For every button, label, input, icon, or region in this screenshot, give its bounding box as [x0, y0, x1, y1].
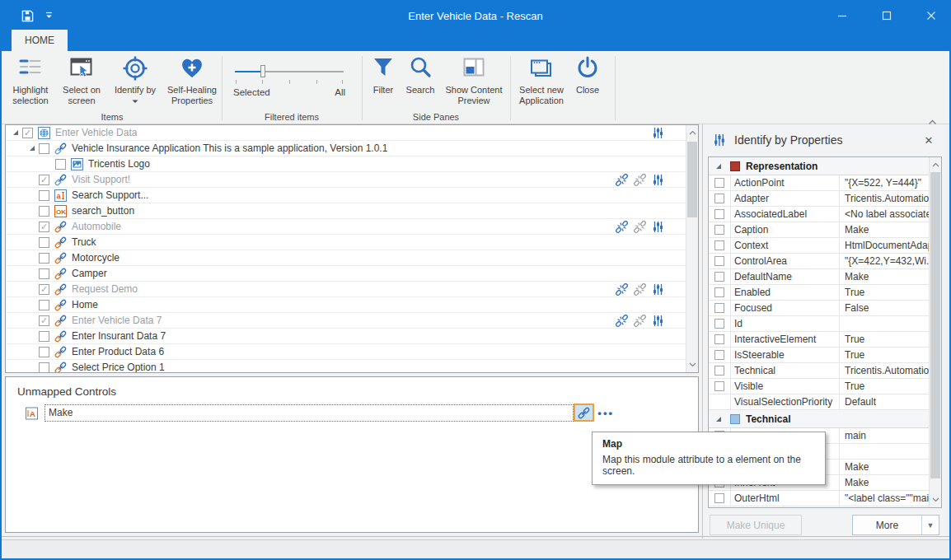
break-link-gray-icon[interactable]	[634, 315, 646, 327]
tree-item-enter-vehicle-data-7[interactable]: Enter Vehicle Data 7	[6, 313, 686, 329]
tree-item-request-demo[interactable]: Request Demo	[6, 282, 686, 297]
tree-item-checkbox[interactable]	[39, 222, 49, 232]
tree-item-checkbox[interactable]	[39, 300, 49, 310]
identify-by-properties-icon[interactable]	[652, 315, 664, 327]
self-healing-properties-button[interactable]: Self-Healing Properties	[163, 55, 221, 106]
property-checkbox[interactable]	[714, 350, 724, 360]
property-row-controlarea[interactable]: ControlArea"{X=422,Y=432,Wi...	[709, 254, 929, 269]
property-checkbox[interactable]	[714, 194, 724, 203]
property-checkbox[interactable]	[714, 272, 724, 282]
tree-item-checkbox[interactable]	[39, 347, 49, 357]
identify-by-properties-icon[interactable]	[652, 283, 664, 296]
property-row-adapter[interactable]: AdapterTricentis.Automatio...	[709, 191, 929, 207]
expander-icon[interactable]	[714, 417, 724, 422]
properties-scrollbar[interactable]	[929, 157, 941, 507]
search-button[interactable]: Search	[401, 55, 439, 96]
tree-item-checkbox[interactable]	[39, 362, 49, 373]
expander-icon[interactable]	[714, 164, 724, 169]
map-button[interactable]	[574, 404, 594, 422]
property-group-representation[interactable]: Representation	[709, 157, 929, 175]
tree-item-search-support[interactable]: aSearch Support...	[6, 188, 686, 203]
show-content-preview-button[interactable]: Show Content Preview	[439, 55, 508, 106]
tree-item-enter-product-data-6[interactable]: Enter Product Data 6	[6, 344, 686, 360]
tree-item-checkbox[interactable]	[39, 315, 49, 326]
scroll-up-icon[interactable]	[930, 158, 941, 171]
property-group-technical[interactable]: Technical	[709, 410, 929, 428]
property-row-caption[interactable]: CaptionMake	[709, 222, 929, 238]
select-new-application-button[interactable]: Select new Application	[515, 55, 568, 106]
tree-item-checkbox[interactable]	[39, 268, 49, 279]
identify-by-button[interactable]: Identify by	[109, 55, 162, 106]
property-checkbox[interactable]	[714, 334, 724, 344]
property-row-associatedlabel[interactable]: AssociatedLabel<No label associate...	[709, 207, 929, 222]
break-link-blue-icon[interactable]	[616, 174, 628, 186]
property-checkbox[interactable]	[714, 287, 724, 297]
tree-item-checkbox[interactable]	[39, 206, 49, 217]
make-unique-button[interactable]: Make Unique	[710, 515, 802, 535]
property-checkbox[interactable]	[714, 256, 724, 266]
property-row-focused[interactable]: FocusedFalse	[709, 301, 929, 316]
maximize-button[interactable]	[877, 6, 897, 26]
property-row-issteerable[interactable]: IsSteerableTrue	[709, 348, 929, 363]
tree-item-select-price-option-1[interactable]: Select Price Option 1	[6, 360, 686, 372]
break-link-blue-icon[interactable]	[616, 283, 628, 296]
tree-item-checkbox[interactable]	[39, 284, 49, 295]
tree-item-checkbox[interactable]	[39, 143, 49, 154]
tree-item-checkbox[interactable]	[39, 253, 49, 264]
highlight-selection-button[interactable]: Highlight selection	[7, 55, 54, 106]
tree-item-checkbox[interactable]	[39, 237, 49, 248]
identify-by-properties-icon[interactable]	[652, 127, 664, 139]
tree-item-visit-support[interactable]: Visit Support!	[6, 172, 686, 188]
tree-item-vehicle-insurance-application-this-is-a-[interactable]: Vehicle Insurance Application This is a …	[6, 141, 686, 156]
property-row-id[interactable]: Id	[709, 316, 929, 332]
more-actions-ellipsis[interactable]: •••	[597, 407, 614, 419]
break-link-gray-icon[interactable]	[634, 174, 646, 186]
scroll-down-icon[interactable]	[686, 358, 698, 371]
scroll-up-icon[interactable]	[686, 126, 698, 139]
filtered-items-slider[interactable]: Selected All	[233, 63, 345, 114]
save-icon[interactable]	[21, 10, 34, 22]
tree-item-enter-insurant-data-7[interactable]: Enter Insurant Data 7	[6, 329, 686, 344]
property-row-outerhtml[interactable]: OuterHtml"<label class=""mai	[709, 491, 929, 506]
more-dropdown-caret-icon[interactable]: ▼	[922, 516, 939, 534]
tree-item-enter-vehicle-data[interactable]: Enter Vehicle Data	[6, 125, 686, 141]
expander-icon[interactable]	[27, 146, 37, 151]
tree-item-motorcycle[interactable]: Motorcycle	[6, 250, 686, 266]
property-checkbox[interactable]	[714, 240, 724, 250]
tree-item-checkbox[interactable]	[39, 331, 49, 342]
scroll-down-icon[interactable]	[930, 493, 941, 506]
tree-item-checkbox[interactable]	[39, 175, 49, 185]
tree-item-checkbox[interactable]	[55, 159, 66, 170]
property-checkbox[interactable]	[714, 178, 724, 188]
break-link-blue-icon[interactable]	[616, 221, 628, 233]
property-checkbox[interactable]	[714, 209, 724, 219]
property-row-enabled[interactable]: EnabledTrue	[709, 285, 929, 301]
property-checkbox[interactable]	[714, 366, 724, 376]
slider-thumb[interactable]	[260, 65, 265, 77]
property-row-defaultname[interactable]: DefaultNameMake	[709, 269, 929, 285]
qat-customize-caret-icon[interactable]	[45, 12, 53, 20]
property-row-visualselectionpriority[interactable]: VisualSelectionPriorityDefault	[709, 394, 929, 410]
property-row-visible[interactable]: VisibleTrue	[709, 379, 929, 394]
property-checkbox[interactable]	[714, 493, 724, 503]
tree-item-camper[interactable]: Camper	[6, 266, 686, 282]
property-checkbox[interactable]	[714, 381, 724, 391]
property-row-interactiveelement[interactable]: InteractiveElementTrue	[709, 332, 929, 348]
tree-scrollbar-thumb[interactable]	[687, 142, 697, 217]
property-checkbox[interactable]	[714, 225, 724, 235]
tree-item-checkbox[interactable]	[22, 128, 33, 138]
tree-item-search-button[interactable]: OKsearch_button	[6, 203, 686, 219]
tree-item-truck[interactable]: Truck	[6, 235, 686, 250]
tree-scrollbar[interactable]	[686, 125, 698, 372]
unmapped-item-cell[interactable]: Make	[45, 404, 574, 422]
tree-item-automobile[interactable]: Automobile	[6, 219, 686, 235]
identify-by-properties-icon[interactable]	[652, 174, 664, 186]
tree-item-home[interactable]: Home	[6, 297, 686, 313]
select-on-screen-button[interactable]: Select on screen	[56, 55, 107, 106]
identify-by-properties-icon[interactable]	[652, 221, 664, 233]
tree-item-checkbox[interactable]	[39, 190, 49, 201]
tree-item-tricentis-logo[interactable]: Tricentis Logo	[6, 156, 686, 172]
property-row-context[interactable]: ContextHtmlDocumentAdap...	[709, 238, 929, 254]
break-link-gray-icon[interactable]	[634, 221, 646, 233]
tab-home[interactable]: HOME	[12, 30, 68, 51]
